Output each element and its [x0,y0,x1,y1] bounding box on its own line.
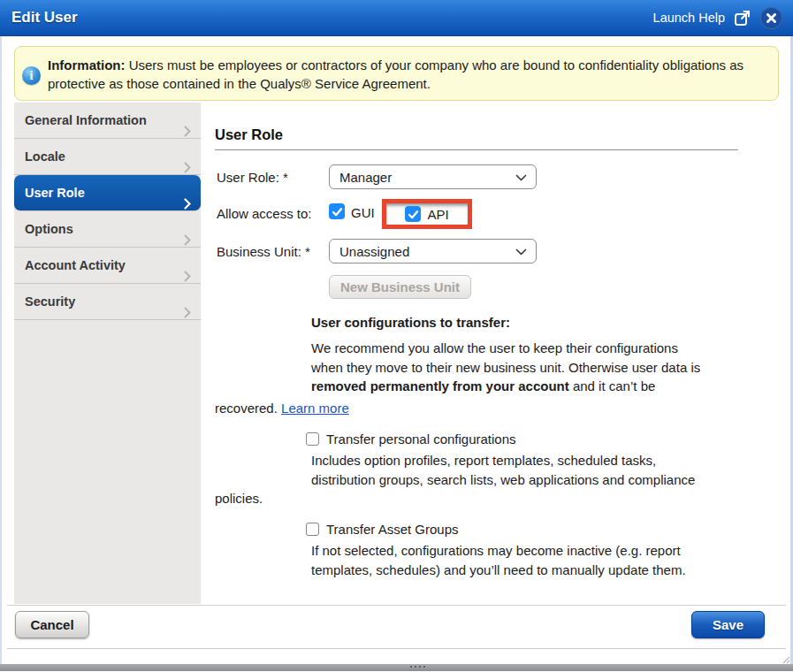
api-checkbox[interactable] [405,206,421,222]
save-button[interactable]: Save [691,611,765,638]
chevron-down-icon [515,248,527,256]
new-business-unit-button[interactable]: New Business Unit [329,275,471,299]
sidebar-item-locale[interactable]: Locale [14,139,201,175]
transfer-asset-groups-checkbox[interactable] [306,523,319,536]
sidebar-item-options[interactable]: Options [14,211,201,248]
edit-user-dialog: Edit User Launch Help i Information: Use… [0,0,793,672]
popout-window-icon[interactable] [733,8,752,27]
information-text: Information: Users must be employees or … [48,56,771,93]
information-label: Information: [48,57,126,73]
info-icon: i [22,66,41,85]
transfer-note-paragraph: We recommend you allow the user to keep … [215,339,756,417]
window-bottom-edge [0,664,793,671]
business-unit-label: Business Unit: * [217,244,310,259]
api-checkbox-label: API [427,207,448,222]
titlebar: Edit User Launch Help [0,0,793,36]
resize-grip-icon[interactable] [780,653,790,664]
titlebar-actions: Launch Help [653,7,793,29]
sidebar-nav: General Information Locale User Role Opt… [14,103,201,604]
transfer-asset-groups-label: Transfer Asset Groups [326,522,459,537]
drag-handle-icon[interactable] [410,666,412,668]
sidebar-item-user-role[interactable]: User Role [14,175,201,211]
gui-checkbox-label: GUI [351,205,375,220]
chevron-down-icon [515,174,527,182]
transfer-personal-configurations-label: Transfer personal configurations [326,431,516,447]
page-title: User Role [215,126,738,150]
gui-checkbox[interactable] [329,203,345,219]
business-unit-select[interactable]: Unassigned [329,239,537,263]
allow-access-label: Allow access to: [217,206,312,221]
transfer-note-heading: User configurations to transfer: [311,315,510,330]
checkmark-icon [408,209,419,220]
api-highlight-annotation: API [382,199,472,229]
chevron-right-icon [184,296,191,332]
close-icon[interactable] [760,7,782,29]
dialog-title: Edit User [0,9,78,27]
sidebar-item-general-information[interactable]: General Information [14,103,201,139]
user-role-label: User Role: * [217,170,288,185]
user-role-select[interactable]: Manager [329,164,537,189]
transfer-asset-description: If not selected, configurations may beco… [215,541,756,579]
footer-divider [7,605,786,606]
cancel-button[interactable]: Cancel [15,611,89,638]
sidebar-item-security[interactable]: Security [14,284,201,320]
sidebar-item-account-activity[interactable]: Account Activity [14,248,201,284]
launch-help-link[interactable]: Launch Help [653,11,725,25]
bottom-divider [7,648,786,649]
checkmark-icon [332,206,343,218]
learn-more-link[interactable]: Learn more [281,401,349,416]
transfer-personal-description: Includes option profiles, report templat… [215,451,756,508]
information-banner: i Information: Users must be employees o… [14,46,779,101]
dialog-left-border [0,36,2,664]
transfer-personal-configurations-checkbox[interactable] [306,432,319,446]
